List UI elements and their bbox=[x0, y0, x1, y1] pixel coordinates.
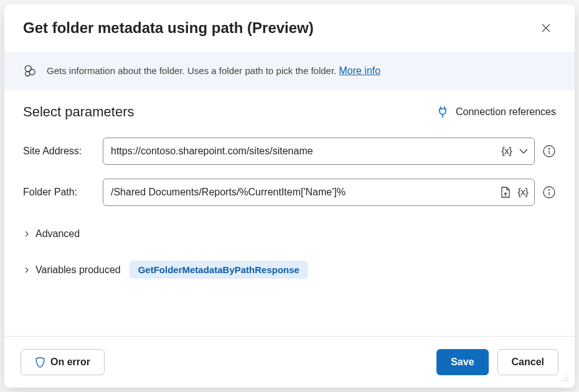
svg-point-12 bbox=[567, 380, 568, 381]
svg-point-10 bbox=[562, 380, 563, 381]
chevron-right-icon bbox=[23, 266, 31, 274]
folder-path-row: Folder Path: {x} bbox=[23, 179, 556, 206]
variable-token-button[interactable]: {x} bbox=[500, 145, 513, 157]
svg-point-4 bbox=[548, 148, 549, 149]
svg-point-7 bbox=[567, 375, 568, 376]
banner-text: Gets information about the folder. Uses … bbox=[47, 65, 339, 76]
close-button[interactable] bbox=[536, 18, 556, 38]
on-error-label: On error bbox=[50, 357, 90, 368]
connection-references-label: Connection references bbox=[456, 106, 556, 118]
resize-handle-icon[interactable] bbox=[562, 375, 569, 382]
dialog-footer: On error Save Cancel bbox=[4, 336, 575, 388]
svg-point-6 bbox=[548, 189, 549, 190]
site-address-adornments: {x} bbox=[500, 145, 529, 157]
svg-point-9 bbox=[567, 378, 568, 379]
variable-token-button[interactable]: {x} bbox=[516, 186, 529, 198]
footer-right: Save Cancel bbox=[436, 349, 558, 375]
svg-point-8 bbox=[565, 378, 566, 379]
banner-text-wrap: Gets information about the folder. Uses … bbox=[47, 65, 380, 77]
save-label: Save bbox=[451, 357, 474, 368]
chevron-down-icon[interactable] bbox=[518, 146, 529, 157]
folder-path-label: Folder Path: bbox=[23, 187, 95, 198]
advanced-label: Advanced bbox=[35, 228, 80, 240]
variables-produced-expander[interactable]: Variables produced GetFolderMetadataByPa… bbox=[23, 261, 556, 279]
section-title: Select parameters bbox=[23, 104, 134, 120]
shield-icon bbox=[35, 357, 45, 368]
section-header-row: Select parameters Connection references bbox=[23, 104, 556, 120]
sharepoint-icon bbox=[23, 64, 37, 78]
more-info-link[interactable]: More info bbox=[339, 65, 380, 76]
site-address-input[interactable] bbox=[111, 146, 500, 157]
advanced-expander[interactable]: Advanced bbox=[23, 228, 556, 240]
connection-references-link[interactable]: Connection references bbox=[437, 106, 556, 118]
svg-point-11 bbox=[565, 380, 566, 381]
dialog-body: Select parameters Connection references … bbox=[4, 90, 575, 336]
variable-pill[interactable]: GetFolderMetadataByPathResponse bbox=[129, 261, 308, 279]
save-button[interactable]: Save bbox=[436, 349, 488, 375]
cancel-button[interactable]: Cancel bbox=[497, 349, 558, 375]
info-icon[interactable] bbox=[542, 144, 556, 158]
folder-path-adornments: {x} bbox=[500, 186, 529, 198]
site-address-row: Site Address: {x} bbox=[23, 138, 556, 165]
variables-produced-label: Variables produced bbox=[35, 264, 121, 276]
folder-path-input[interactable] bbox=[111, 187, 500, 198]
svg-point-2 bbox=[26, 72, 30, 76]
site-address-label: Site Address: bbox=[23, 146, 95, 157]
dialog-header: Get folder metadata using path (Preview) bbox=[4, 4, 575, 52]
on-error-button[interactable]: On error bbox=[21, 349, 105, 375]
close-icon bbox=[541, 23, 551, 33]
info-icon[interactable] bbox=[542, 185, 556, 199]
dialog-title: Get folder metadata using path (Preview) bbox=[23, 19, 314, 37]
info-banner: Gets information about the folder. Uses … bbox=[4, 52, 575, 90]
svg-point-0 bbox=[25, 65, 31, 72]
folder-path-input-wrap[interactable]: {x} bbox=[103, 179, 535, 206]
dialog: Get folder metadata using path (Preview)… bbox=[4, 4, 575, 388]
file-picker-icon[interactable] bbox=[500, 186, 511, 198]
cancel-label: Cancel bbox=[512, 357, 544, 368]
site-address-input-wrap[interactable]: {x} bbox=[103, 138, 535, 165]
chevron-right-icon bbox=[23, 230, 31, 238]
plug-icon bbox=[437, 106, 448, 118]
